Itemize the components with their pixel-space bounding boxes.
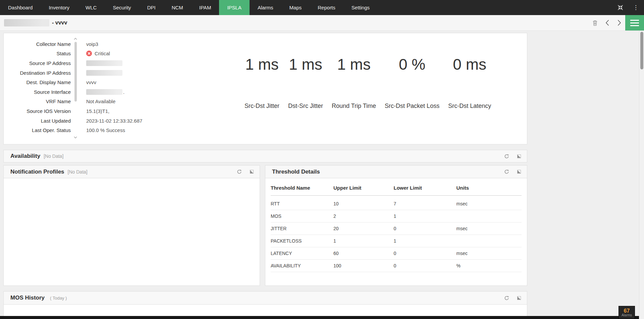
threshold-cell: 20	[333, 222, 394, 235]
threshold-row: RTT107msec	[271, 196, 522, 210]
refresh-icon[interactable]	[504, 154, 509, 159]
section-title: Threshold Details	[272, 169, 320, 175]
threshold-cell	[457, 210, 522, 222]
detail-value: 2023-11-02 12:33:32.687	[86, 118, 142, 124]
bottom-strip	[0, 316, 644, 319]
device-details-panel: Collector Namevoip3StatusCriticalSource …	[3, 33, 527, 144]
scroll-up-icon	[74, 38, 77, 40]
nav-item-inventory[interactable]: Inventory	[41, 0, 77, 15]
nav-items: DashboardInventoryWLCSecurityDPINCMIPAMI…	[0, 0, 378, 15]
detail-value: voip3	[86, 41, 98, 47]
expand-icon[interactable]	[517, 154, 521, 158]
availability-section: Availability [No Data]	[3, 150, 527, 163]
section-title: MOS History	[10, 295, 45, 301]
detail-label: Dest. Display Name	[4, 79, 71, 85]
metric-label: Src-Dst Packet Loss	[385, 103, 439, 110]
time-range-label: ( Today )	[50, 296, 67, 301]
page-scrollbar[interactable]	[639, 31, 644, 319]
expand-icon[interactable]	[250, 170, 254, 174]
refresh-icon[interactable]	[237, 169, 242, 174]
metric-value: 1 ms	[337, 55, 371, 74]
metric-value: 0 ms	[453, 55, 486, 74]
collapse-icon[interactable]	[614, 0, 626, 15]
threshold-cell: msec	[457, 222, 522, 235]
alarms-count: 67	[624, 308, 630, 314]
threshold-cell: JITTER	[271, 222, 333, 235]
nav-item-settings[interactable]: Settings	[343, 0, 378, 15]
details-scrollbar-thumb[interactable]	[74, 42, 77, 102]
threshold-column-header: Lower Limit	[394, 178, 457, 196]
nav-item-reports[interactable]: Reports	[310, 0, 343, 15]
threshold-column-header: Units	[457, 178, 522, 196]
threshold-cell: AVAILABILITY	[271, 260, 333, 272]
metric-label: Dst-Src Jitter	[288, 103, 323, 110]
refresh-icon[interactable]	[504, 169, 509, 174]
refresh-icon[interactable]	[504, 296, 509, 301]
expand-icon[interactable]	[517, 296, 521, 300]
threshold-row: JITTER200msec	[271, 222, 522, 235]
top-nav: DashboardInventoryWLCSecurityDPINCMIPAMI…	[0, 0, 644, 15]
nav-item-alarms[interactable]: Alarms	[250, 0, 281, 15]
redacted-value-block	[86, 60, 122, 66]
threshold-cell: msec	[457, 196, 522, 210]
nav-item-wlc[interactable]: WLC	[77, 0, 105, 15]
detail-label: Last Updated	[4, 118, 71, 124]
hamburger-menu-button[interactable]	[625, 15, 644, 30]
detail-value: .	[86, 89, 124, 95]
metric-label: Src-Dst Jitter	[245, 103, 279, 110]
expand-icon[interactable]	[517, 170, 521, 174]
alarms-label: Alarms	[622, 314, 632, 317]
threshold-column-header: Threshold Name	[271, 178, 333, 196]
metric-label: Src-Dst Latency	[448, 103, 491, 110]
nav-item-security[interactable]: Security	[105, 0, 139, 15]
nav-item-dpi[interactable]: DPI	[139, 0, 164, 15]
detail-value: 15.1(3)T1,	[86, 108, 109, 114]
circle-x-icon	[86, 51, 92, 56]
redacted-value-block	[86, 70, 122, 76]
page-title: - vvvv	[52, 20, 67, 26]
detail-value: Not Available	[86, 99, 115, 104]
nav-item-ipsla[interactable]: IPSLA	[219, 0, 250, 15]
mos-history-body	[3, 305, 527, 316]
chevron-left-icon[interactable]	[601, 15, 613, 30]
nav-item-ipam[interactable]: IPAM	[191, 0, 219, 15]
threshold-cell	[457, 235, 522, 247]
chevron-right-icon[interactable]	[613, 15, 625, 30]
no-data-label: [No Data]	[68, 169, 88, 175]
metric: 1 msRound Trip Time	[332, 55, 376, 110]
threshold-cell: 1	[333, 235, 394, 247]
threshold-cell: 60	[333, 247, 394, 260]
no-data-label: [No Data]	[44, 153, 63, 159]
trash-icon[interactable]	[589, 15, 601, 30]
detail-value	[86, 70, 122, 76]
threshold-table-body: RTT107msecMOS21JITTER200msecPACKETLOSS11…	[271, 196, 522, 272]
nav-item-ncm[interactable]: NCM	[164, 0, 191, 15]
details-scrollbar[interactable]	[73, 38, 78, 138]
alarms-badge[interactable]: 67 Alarms	[619, 306, 635, 319]
detail-value: Critical	[86, 51, 110, 56]
detail-label: VRF Name	[4, 99, 71, 104]
detail-label: Collector Name	[4, 41, 71, 47]
metric: 1 msSrc-Dst Jitter	[245, 55, 279, 110]
threshold-details-panel: Threshold Details Threshold NameUpper Li…	[265, 165, 527, 286]
title-bar: - vvvv	[0, 15, 644, 31]
detail-label: Source IP Address	[4, 60, 71, 66]
metric: 0 %Src-Dst Packet Loss	[385, 55, 439, 110]
nav-item-maps[interactable]: Maps	[281, 0, 310, 15]
kebab-menu-icon[interactable]: ⋮	[633, 5, 639, 10]
threshold-column-header: Upper Limit	[333, 178, 394, 196]
threshold-cell: 100	[333, 260, 394, 272]
threshold-cell: 0	[394, 222, 457, 235]
threshold-cell: PACKETLOSS	[271, 235, 333, 247]
page-scrollbar-thumb[interactable]	[640, 32, 643, 69]
threshold-cell: 10	[333, 196, 394, 210]
metric-value: 1 ms	[245, 55, 279, 74]
mos-history-section: MOS History ( Today )	[3, 291, 527, 305]
detail-value-suffix: .	[123, 89, 124, 95]
threshold-cell: 0	[394, 260, 457, 272]
nav-item-dashboard[interactable]: Dashboard	[0, 0, 41, 15]
threshold-table-header-row: Threshold NameUpper LimitLower LimitUnit…	[271, 178, 522, 196]
section-title: Notification Profiles	[10, 169, 64, 175]
metric: 1 msDst-Src Jitter	[288, 55, 323, 110]
section-title: Availability	[10, 153, 40, 160]
